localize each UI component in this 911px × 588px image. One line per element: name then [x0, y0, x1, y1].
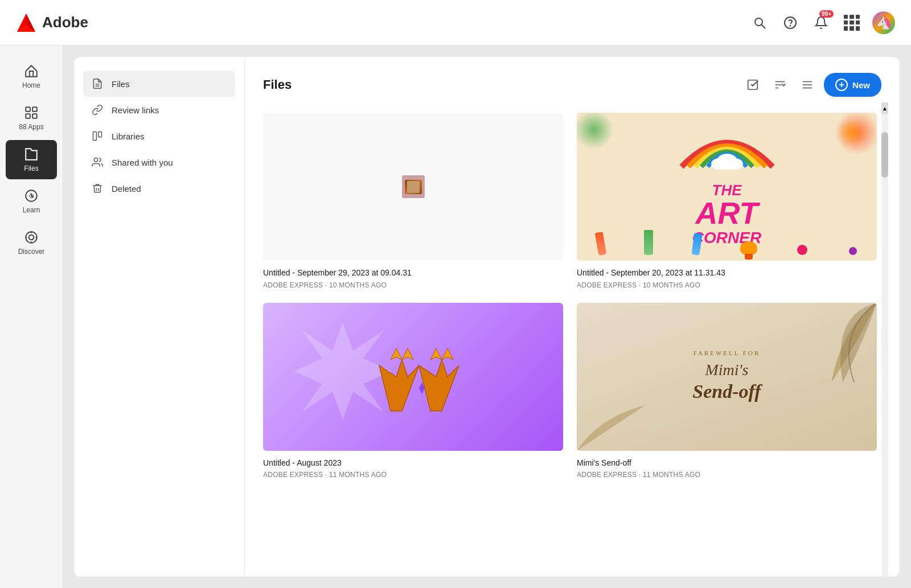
checkbox-icon [746, 79, 759, 91]
sub-nav-libraries-label: Libraries [112, 131, 145, 141]
file-meta-2: ADOBE EXPRESS · 10 months ago [577, 281, 877, 289]
art-corner-design: THE ART CORNER [577, 113, 877, 261]
origami-figures [356, 331, 470, 422]
main-content: Files [245, 57, 900, 577]
learn-icon [24, 188, 39, 203]
sidebar-item-discover[interactable]: Discover [6, 223, 57, 262]
sort-button[interactable] [769, 74, 791, 96]
new-button-label: New [852, 80, 870, 90]
notification-count: 99+ [819, 10, 834, 18]
svg-point-5 [755, 18, 762, 26]
discover-icon [24, 230, 39, 245]
adobe-logo[interactable]: Adobe [16, 13, 88, 33]
svg-rect-19 [93, 132, 97, 141]
adobe-wordmark: Adobe [42, 14, 88, 31]
sub-nav-libraries[interactable]: Libraries [83, 123, 235, 149]
file-name-1: Untitled - September 29, 2023 at 09.04.3… [263, 268, 563, 279]
trash-icon [91, 182, 104, 195]
file-meta-4: ADOBE EXPRESS · 11 months ago [577, 471, 877, 479]
svg-rect-12 [32, 114, 37, 118]
sub-nav-files[interactable]: Files [83, 71, 235, 97]
page-title: Files [263, 77, 292, 92]
sidebar-item-apps[interactable]: 88 Apps [6, 98, 57, 138]
new-button[interactable]: + New [824, 73, 881, 97]
file-name-2: Untitled - September 20, 2023 at 11.31.4… [577, 268, 877, 279]
leaf-svg [797, 303, 877, 383]
svg-marker-36 [402, 348, 413, 360]
new-plus-icon: + [835, 79, 848, 91]
sub-nav-review-label: Review links [112, 105, 159, 115]
header-right: 99+ 🦄 [749, 11, 895, 34]
file-meta-3: ADOBE EXPRESS · 11 months ago [263, 471, 563, 479]
list-view-button[interactable] [797, 74, 818, 96]
leaf-bottom-svg [577, 383, 645, 451]
sidebar-learn-label: Learn [23, 206, 40, 214]
sub-nav-deleted-label: Deleted [112, 184, 141, 194]
sidebar-home-label: Home [22, 81, 40, 89]
search-icon[interactable] [749, 13, 770, 33]
scrollbar-up-button[interactable]: ▲ [881, 102, 888, 114]
file-meta-1: ADOBE EXPRESS · 10 months ago [263, 281, 563, 289]
file-name-4: Mimi's Send-off [577, 458, 877, 469]
file-thumb-2: THE ART CORNER [577, 113, 877, 261]
art-tools [577, 230, 877, 255]
svg-rect-22 [748, 80, 758, 90]
svg-point-8 [790, 25, 791, 26]
scrollbar-track: ▲ [881, 102, 888, 577]
notifications-icon[interactable]: 99+ [811, 13, 831, 33]
apps-icon [24, 105, 39, 120]
apps-grid-icon[interactable] [842, 13, 862, 33]
sub-nav-shared-label: Shared with you [112, 158, 173, 167]
help-icon[interactable] [780, 13, 801, 33]
main-layout: Home 88 Apps Files Learn [0, 46, 911, 588]
sidebar: Home 88 Apps Files Learn [0, 46, 63, 588]
sub-nav-deleted[interactable]: Deleted [83, 175, 235, 202]
svg-rect-11 [26, 114, 30, 118]
files-grid: Untitled - September 29, 2023 at 09.04.3… [263, 113, 881, 479]
list-view-icon [801, 79, 814, 91]
file-card-4[interactable]: FAREWELL FOR Mimi's Send-off Mimi's Send… [577, 303, 877, 479]
svg-point-15 [26, 232, 37, 243]
file-thumb-3 [263, 303, 563, 451]
shared-icon [91, 156, 104, 168]
svg-marker-39 [442, 348, 453, 360]
header-left: Adobe [16, 13, 88, 33]
sidebar-item-home[interactable]: Home [6, 57, 57, 96]
svg-marker-37 [419, 360, 459, 411]
sub-nav-review-links[interactable]: Review links [83, 97, 235, 123]
svg-marker-34 [379, 360, 419, 411]
select-all-button[interactable] [742, 74, 764, 96]
purple-design [263, 303, 563, 451]
file-card-1[interactable]: Untitled - September 29, 2023 at 09.04.3… [263, 113, 563, 289]
file-card-3[interactable]: Untitled - August 2023 ADOBE EXPRESS · 1… [263, 303, 563, 479]
rainbow-svg [676, 124, 778, 170]
svg-rect-20 [99, 132, 102, 137]
svg-point-16 [29, 235, 34, 240]
sidebar-item-files[interactable]: Files [6, 140, 57, 179]
scrollbar-thumb[interactable] [881, 132, 888, 178]
file-name-3: Untitled - August 2023 [263, 458, 563, 469]
svg-point-21 [94, 158, 98, 162]
svg-marker-35 [391, 348, 402, 360]
toolbar-right: + New [742, 73, 881, 97]
user-avatar[interactable]: 🦄 [872, 11, 895, 34]
link-icon [91, 104, 104, 116]
file-thumb-4: FAREWELL FOR Mimi's Send-off [577, 303, 877, 451]
svg-rect-10 [32, 107, 37, 112]
sidebar-discover-label: Discover [18, 248, 45, 256]
beige-design: FAREWELL FOR Mimi's Send-off [577, 303, 877, 451]
sub-nav-shared[interactable]: Shared with you [83, 149, 235, 175]
library-icon [91, 130, 104, 142]
sub-sidebar: Files Review links [74, 57, 245, 577]
sidebar-files-label: Files [24, 165, 38, 172]
header: Adobe 99+ [0, 0, 911, 46]
svg-rect-9 [26, 107, 30, 112]
content-panel: Files Review links [63, 46, 911, 588]
sidebar-item-learn[interactable]: Learn [6, 182, 57, 221]
files-icon [24, 147, 39, 162]
sendoff-text: FAREWELL FOR Mimi's Send-off [681, 338, 772, 415]
sort-icon [774, 79, 786, 91]
grid-dots [844, 15, 860, 31]
sidebar-apps-label: 88 Apps [19, 123, 43, 131]
file-card-2[interactable]: THE ART CORNER [577, 113, 877, 289]
